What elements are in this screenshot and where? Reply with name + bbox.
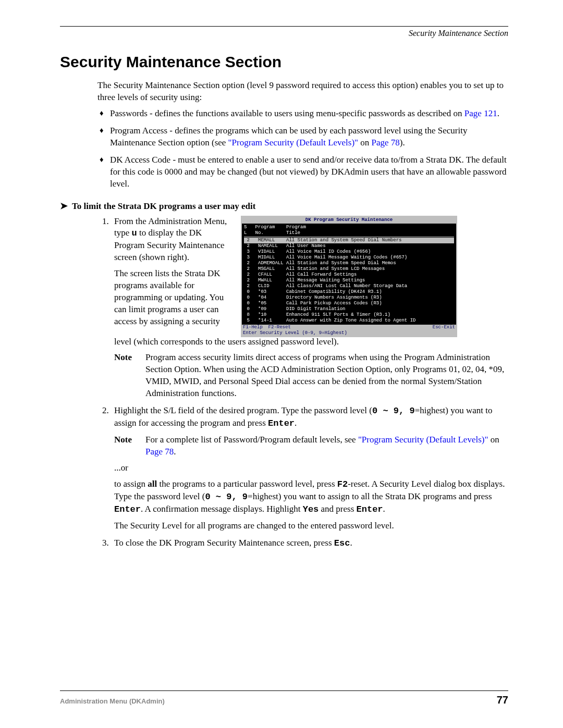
dos-prompt: Enter Security Level (0-9, 9=Highest): [242, 330, 456, 336]
dos-selected-row: 2 MEMALL All Station and System Speed Di…: [244, 238, 454, 243]
key-u: u: [132, 228, 137, 238]
key-enter: Enter: [268, 418, 295, 428]
bullet-text-tail: ).: [400, 138, 405, 147]
assign-a: to assign: [114, 479, 148, 489]
procedure-steps: From the Administration Menu, type u to …: [97, 216, 508, 550]
dos-screenshot: DK Program Security Maintenance S Progra…: [241, 216, 457, 337]
step1-p2-left: The screen lists the Strata DK programs …: [114, 268, 231, 328]
feature-bullets: Passwords - defines the functions availa…: [97, 108, 508, 190]
procedure-arrow-icon: ➤: [60, 200, 68, 212]
step2-c: .: [295, 418, 297, 428]
dos-row: 3 VIDALL All Voice Mail ID Codes (#656): [244, 249, 454, 255]
dos-title: DK Program Security Maintenance: [242, 217, 456, 224]
step-3: To close the DK Program Security Mainten…: [111, 537, 508, 550]
step1-p1: From the Administration Menu, type u to …: [114, 216, 231, 264]
link-page-78-2[interactable]: Page 78: [145, 447, 174, 456]
step2-a: Highlight the S/L field of the desired p…: [114, 405, 372, 415]
page-number: 77: [497, 693, 508, 707]
assign-e: . A confirmation message displays. Highl…: [141, 504, 303, 514]
bullet-dk-access-code: DK Access Code - must be entered to enab…: [97, 154, 508, 190]
dos-row: 2 CLID All Class/ANI Lost Call Number St…: [244, 283, 454, 289]
bullet-text: Passwords - defines the functions availa…: [110, 108, 464, 118]
dos-row: 0 *04 Directory Numbers Assignments (R3): [244, 295, 454, 301]
dos-row: 2 NAMEALL All User Names: [244, 243, 454, 249]
note-1: Note Program access security limits dire…: [114, 352, 508, 400]
dos-row: 2 MSGALL All Station and System LCD Mess…: [244, 266, 454, 272]
assign-confirmation: The Security Level for all programs are …: [114, 520, 508, 532]
dos-row: 0 *09 DID Digit Translation: [244, 306, 454, 312]
dos-header-2: L No. Title: [244, 230, 454, 236]
assign-g: .: [383, 504, 385, 514]
step-2: Highlight the S/L field of the desired p…: [111, 405, 508, 532]
dos-row: 0 *03 Cabinet Compatibility (DK424 R3.1): [244, 289, 454, 295]
step2-text: Highlight the S/L field of the desired p…: [114, 405, 508, 430]
assign-d: =highest) you want to assign to all the …: [248, 491, 492, 501]
link-page-121[interactable]: Page 121: [464, 108, 497, 118]
note2-c: .: [174, 447, 176, 456]
link-page-78[interactable]: Page 78: [372, 138, 400, 147]
procedure-heading-text: To limit the Strata DK programs a user m…: [72, 201, 255, 213]
key-enter-3: Enter: [357, 504, 383, 514]
intro-paragraph: The Security Maintenance Section option …: [97, 80, 508, 104]
dos-row: 5 *14-1 Auto Answer with Zip Tone Assign…: [244, 318, 454, 324]
or-separator: ...or: [114, 462, 508, 474]
procedure-heading: ➤ To limit the Strata DK programs a user…: [60, 200, 508, 213]
note-body: Program access security limits direct ac…: [145, 352, 508, 400]
bullet-text-mid: on: [358, 138, 372, 147]
key-enter-2: Enter: [114, 504, 141, 514]
dos-row: 2 CFALL All Call Forward Settings: [244, 272, 454, 278]
link-program-security[interactable]: "Program Security (Default Levels)": [228, 138, 358, 147]
step3-a: To close the DK Program Security Mainten…: [114, 538, 334, 548]
step3-b: .: [350, 538, 352, 548]
bullet-passwords: Passwords - defines the functions availa…: [97, 108, 508, 120]
note-2: Note For a complete list of Password/Pro…: [114, 434, 508, 458]
running-header: Security Maintenance Section: [60, 28, 508, 39]
note-body: For a complete list of Password/Program …: [145, 434, 508, 458]
assign-all-paragraph: to assign all the programs to a particul…: [114, 478, 508, 516]
assign-range: 0 ~ 9, 9: [205, 492, 248, 502]
page-footer: Administration Menu (DKAdmin) 77: [60, 690, 508, 707]
bullet-text-tail: .: [497, 108, 499, 118]
key-esc: Esc: [334, 538, 350, 548]
step1-p2-bottom: level (which corresponds to the users as…: [114, 336, 508, 348]
footer-rule: [60, 690, 508, 691]
link-program-security-2[interactable]: "Program Security (Default Levels)": [358, 435, 488, 445]
top-rule: [60, 26, 508, 27]
key-yes: Yes: [303, 504, 319, 514]
key-f2: F2: [337, 479, 348, 489]
pw-range: 0 ~ 9, 9: [372, 406, 415, 416]
page-title: Security Maintenance Section: [60, 52, 508, 73]
footer-left: Administration Menu (DKAdmin): [60, 697, 165, 706]
dos-divider: [244, 237, 454, 237]
note2-a: For a complete list of Password/Program …: [145, 435, 358, 445]
dos-esc-exit: Esc-Exit: [433, 325, 455, 330]
dos-row: 0 *05 Call Park Pickup Access Codes (R3): [244, 301, 454, 306]
dos-row: 2 ADMEMOALL All Station and System Speed…: [244, 261, 454, 266]
dos-f1-f2: F1-Help F2-Reset: [243, 325, 291, 330]
assign-f: and press: [319, 504, 356, 514]
dos-header-1: S Program Program: [244, 225, 454, 230]
assign-all-bold: all: [148, 479, 157, 489]
bullet-program-access: Program Access - defines the programs wh…: [97, 125, 508, 149]
note2-b: on: [488, 435, 499, 445]
dos-row: 8 *10 Enhanced 911 SLT Ports & Timer (R3…: [244, 312, 454, 318]
dos-row: 3 MIDALL All Voice Mail Message Waiting …: [244, 255, 454, 261]
dos-footer-keys: F1-Help F2-ResetEsc-Exit: [242, 325, 456, 330]
note-label: Note: [114, 352, 145, 400]
note-label: Note: [114, 434, 145, 458]
step-1: From the Administration Menu, type u to …: [111, 216, 508, 400]
assign-b: the programs to a particular password le…: [157, 479, 337, 489]
dos-row: 2 MWALL All Message Waiting Settings: [244, 278, 454, 283]
